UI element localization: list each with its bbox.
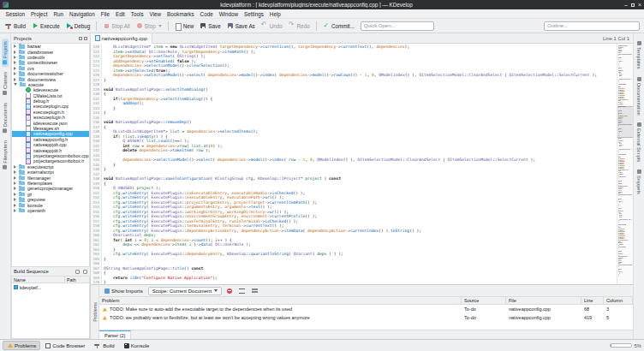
menu-project[interactable]: Project [27, 11, 51, 17]
problems-column-source[interactable]: Source [462, 297, 506, 304]
problem-row[interactable]: TODO: Make sure to auto-add the executab… [99, 305, 633, 313]
expander-icon[interactable] [14, 181, 16, 185]
close-button[interactable]: × [638, 2, 641, 8]
toolview-tab-icon [3, 128, 8, 133]
toolview-tab-documents[interactable]: Documents [2, 100, 9, 135]
menu-tools[interactable]: Tools [128, 11, 146, 17]
expander-icon[interactable] [14, 67, 16, 70]
line-number: 160 [91, 233, 99, 238]
menu-settings[interactable]: Settings [242, 11, 267, 17]
titlebar[interactable]: kdevplatform : [ kdevplatform/plugins/ex… [0, 0, 644, 9]
expander-icon[interactable] [14, 204, 16, 207]
line-number: 130 [91, 92, 99, 97]
grouping-icon [239, 289, 245, 294]
toolview-tab-filesystem[interactable]: Filesystem [2, 138, 9, 172]
minimize-button[interactable]: – [624, 2, 628, 8]
expander-icon[interactable] [14, 51, 16, 54]
expander-icon[interactable] [14, 198, 16, 201]
save-as-button[interactable]: Save As [224, 21, 258, 30]
expander-icon[interactable] [14, 165, 16, 169]
quick-open-input[interactable] [361, 21, 434, 31]
toolview-tab-icon [637, 170, 641, 174]
menu-edit[interactable]: Edit [113, 11, 128, 17]
undo-button[interactable]: Undo [259, 21, 285, 30]
menu-bookmarks[interactable]: Bookmarks [164, 11, 198, 17]
redo-button[interactable]: Redo [286, 21, 313, 30]
expander-icon[interactable] [14, 176, 16, 180]
expander-icon[interactable] [14, 56, 16, 59]
execute-button[interactable]: Execute [29, 21, 63, 30]
problems-column-line[interactable]: Line [581, 297, 604, 304]
tree-item-openwith[interactable]: openwith [12, 208, 89, 213]
toolview-tab-documentation[interactable]: Documentation [635, 74, 642, 118]
document-tab[interactable]: nativeappconfig.cpp [91, 33, 152, 44]
problems-column-problem[interactable]: Problem [99, 297, 462, 304]
stop-button[interactable]: Stop [134, 21, 164, 30]
build-button[interactable]: Build [3, 21, 28, 30]
add-to-build-sequence-button[interactable] [75, 270, 80, 274]
menu-file[interactable]: File [98, 11, 112, 17]
line-number-gutter[interactable]: 1201211221231241251261271281291301311321… [91, 44, 102, 284]
menu-run[interactable]: Run [51, 11, 67, 17]
commit-button[interactable]: Commit... [320, 21, 357, 30]
grouping-button[interactable] [237, 288, 247, 294]
expander-icon[interactable] [14, 83, 17, 86]
expander-icon[interactable] [14, 78, 16, 81]
menu-view[interactable]: View [146, 11, 164, 17]
line-number: 148 [91, 176, 99, 181]
statusbar-tab-code-browser[interactable]: Code Browser [41, 342, 89, 350]
left-toolview-tabbar: ProjectsClassesDocumentsFilesystem [0, 33, 11, 339]
editor-column: nativeappconfig.cpp Line 1 Col 1 1201211… [91, 33, 633, 339]
remove-from-build-sequence-button[interactable] [83, 270, 87, 274]
menu-navigation[interactable]: Navigation [67, 11, 98, 17]
checkbox[interactable] [14, 285, 18, 289]
save-button[interactable]: Save [197, 21, 223, 30]
scope-dropdown[interactable]: Scope: Current Document [148, 287, 222, 295]
show-imports-button[interactable]: Show Imports [103, 288, 145, 294]
minimap-scrollbar[interactable] [617, 44, 633, 284]
toolview-tab-classes[interactable]: Classes [2, 69, 9, 98]
expander-icon[interactable] [14, 193, 16, 196]
expander-icon[interactable] [14, 170, 16, 174]
build-sequence-row[interactable]: kdevplatf... [12, 283, 89, 291]
menu-window[interactable]: Window [216, 11, 241, 17]
problems-column-column[interactable]: Column [604, 297, 633, 304]
toolview-tab-projects[interactable]: Projects [2, 39, 9, 67]
code-editor[interactable]: QListWidgetItem* item = new QListWidgetI… [102, 44, 617, 284]
toolbar-separator [316, 21, 317, 31]
stop-all-button[interactable]: Stop All [100, 21, 132, 30]
detach-toolview-button[interactable] [79, 37, 82, 40]
expander-icon[interactable] [14, 45, 16, 48]
statusbar-tab-problems[interactable]: Problems [3, 341, 40, 350]
build-sequence-column-name[interactable]: Name [12, 277, 65, 283]
parser-tab[interactable]: Parser (2) [99, 330, 131, 339]
menu-code[interactable]: Code [197, 11, 216, 17]
statusbar-tab-konsole[interactable]: Konsole [120, 342, 154, 350]
folder-icon [19, 181, 25, 186]
expander-icon[interactable] [14, 209, 16, 212]
new-button[interactable]: New [172, 21, 197, 30]
toolview-tab-snippets[interactable]: Snippets [635, 167, 642, 197]
code-line[interactable]: dependencies->selectionModel()->select( … [104, 73, 617, 78]
debug-button[interactable]: Debug [63, 21, 93, 30]
problem-row[interactable]: TODO: we probably want to flexibilize, b… [99, 313, 633, 322]
minimap-viewport[interactable] [617, 106, 633, 138]
menu-help[interactable]: Help [266, 11, 283, 17]
maximize-button[interactable] [631, 2, 635, 8]
toolview-tab-templates[interactable]: Templates [635, 39, 642, 72]
save-as-icon [227, 22, 234, 29]
projects-toolview-header: Projects [11, 33, 90, 43]
close-toolview-button[interactable] [84, 37, 87, 40]
menu-session[interactable]: Session [3, 11, 27, 17]
toolview-tab-external-scripts[interactable]: External Scripts [635, 120, 642, 164]
expander-icon[interactable] [14, 61, 16, 64]
expander-icon[interactable] [14, 72, 16, 75]
expander-icon[interactable] [14, 187, 16, 190]
build-sequence-column-path[interactable]: Path [65, 277, 89, 283]
severity-filter-button[interactable] [225, 288, 234, 294]
flatten-button[interactable] [250, 288, 259, 294]
folder-icon [20, 82, 26, 87]
problems-column-file[interactable]: File [506, 297, 581, 304]
statusbar-tab-build[interactable]: Build [90, 341, 118, 351]
outline-input[interactable] [544, 21, 640, 31]
